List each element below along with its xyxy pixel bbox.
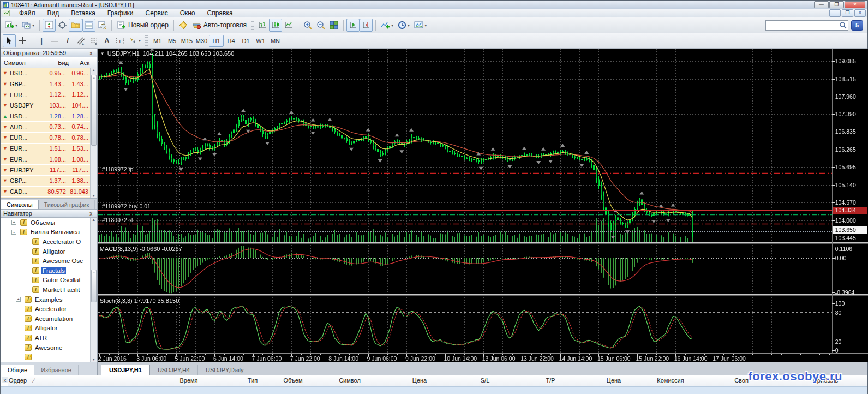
tile-windows-button[interactable] — [327, 19, 340, 32]
terminal-column-объем[interactable]: Объем — [260, 377, 326, 384]
market-watch-scrollbar[interactable]: ▲≡▼ — [90, 68, 97, 198]
candlestick-chart-button[interactable] — [269, 19, 282, 32]
horizontal-line-tool[interactable]: — — [48, 34, 61, 47]
column-bid[interactable]: Бид — [46, 59, 69, 66]
navigator-tab-Избранное[interactable]: Избранное — [34, 365, 79, 375]
indicators-button[interactable]: ▾ — [379, 19, 396, 32]
timeframe-W1[interactable]: W1 — [253, 35, 268, 47]
terminal-column-цена[interactable]: Цена — [581, 377, 646, 384]
search-input[interactable] — [765, 20, 848, 31]
navigator-item-examples[interactable]: +fExamples — [1, 295, 97, 305]
templates-button[interactable]: ▾ — [412, 19, 429, 32]
child-restore-button[interactable]: ❐ — [842, 9, 853, 17]
column-symbol[interactable]: Символ — [1, 59, 46, 66]
terminal-header[interactable]: Ордер∕ВремяТипОбъемСимволЦенаS/LT/PЦенаК… — [8, 375, 867, 386]
navigator-item-atr[interactable]: fATR — [1, 333, 97, 343]
expand-icon[interactable]: + — [16, 297, 21, 302]
child-minimize-button[interactable]: – — [829, 9, 841, 17]
profiles-button[interactable]: ▾ — [20, 19, 37, 32]
bar-chart-button[interactable] — [256, 19, 269, 32]
market-watch-row[interactable]: ▼GBP...1.43...1.43... — [1, 79, 97, 90]
market-watch-row[interactable]: ▼AUD...0.73...0.74... — [1, 122, 97, 133]
close-button[interactable]: ✕ — [845, 1, 865, 8]
cursor-tool-button[interactable] — [3, 34, 16, 47]
zoom-in-button[interactable] — [301, 19, 314, 32]
sort-order-icon[interactable]: ∕ — [33, 377, 34, 384]
search-icon[interactable] — [839, 21, 847, 29]
terminal-column-s/l[interactable]: S/L — [452, 377, 518, 384]
line-chart-button[interactable] — [282, 19, 295, 32]
vertical-line-tool[interactable]: | — [35, 34, 48, 47]
navigator-tab-Общие[interactable]: Общие — [1, 365, 34, 375]
market-watch-row[interactable]: ▼USDJPY103....104.... — [1, 100, 97, 111]
terminal-column-символ[interactable]: Символ — [317, 377, 382, 384]
terminal-column-цена[interactable]: Цена — [387, 377, 452, 384]
child-window-icon[interactable] — [3, 10, 10, 16]
autotrade-button[interactable]: Авто-торговля — [190, 19, 249, 32]
chart-canvas[interactable] — [98, 49, 868, 362]
chart-tab-USDJPY-H4[interactable]: USDJPY,H4 — [150, 365, 198, 375]
timeframe-MN[interactable]: MN — [268, 35, 283, 47]
terminal-toggle[interactable] — [82, 19, 95, 32]
navigator-item-market-facilit[interactable]: fMarket Facilit — [1, 285, 97, 295]
market-watch-toggle[interactable] — [43, 19, 56, 32]
market-watch-row[interactable]: ▼EUR...0.78...0.78... — [1, 133, 97, 144]
timeframe-M30[interactable]: M30 — [194, 35, 209, 47]
market-watch-tab-Символы[interactable]: Символы — [1, 200, 39, 209]
metaeditor-button[interactable] — [177, 19, 190, 32]
zoom-out-button[interactable] — [314, 19, 327, 32]
menu-Вид[interactable]: Вид — [41, 9, 65, 17]
chart-ohlc-readout[interactable]: ▼ USDJPY,H1 104.211 104.265 103.650 103.… — [100, 50, 235, 57]
market-watch-row[interactable]: ▼EUR...1.51...1.53... — [1, 144, 97, 154]
market-watch-row[interactable]: ▼EUR...1.08...1.08... — [1, 154, 97, 165]
crosshair-tool-button[interactable] — [16, 34, 29, 47]
menu-Справка[interactable]: Справка — [201, 9, 239, 17]
menu-Окно[interactable]: Окно — [174, 9, 201, 17]
navigator-item-билла-вильямса[interactable]: -fБилла Вильямса — [1, 228, 97, 237]
collapse-icon[interactable]: - — [11, 230, 16, 235]
chart-tab-USDJPY-Daily[interactable]: USDJPY,Daily — [198, 365, 252, 375]
navigator-item-alligator[interactable]: fAlligator — [1, 247, 97, 256]
market-watch-close-icon[interactable]: x — [88, 50, 94, 56]
expand-icon[interactable]: + — [11, 220, 16, 225]
restore-button[interactable]: ❐ — [829, 1, 844, 8]
community-button[interactable]: 5 — [851, 20, 863, 31]
menu-Вставка[interactable]: Вставка — [65, 9, 101, 17]
timeframe-D1[interactable]: D1 — [238, 35, 253, 47]
menu-Сервис[interactable]: Сервис — [140, 9, 174, 17]
arrows-tool[interactable]: ▾ — [127, 34, 143, 47]
terminal-close-icon[interactable]: x — [2, 377, 8, 383]
terminal-column-время[interactable]: Время — [156, 377, 222, 384]
market-watch-tab-Тиковый график[interactable]: Тиковый график — [39, 200, 95, 209]
navigator-close-icon[interactable]: x — [88, 211, 94, 217]
chart-tab-USDJPY-H1[interactable]: USDJPY,H1 — [101, 365, 150, 375]
market-watch-row[interactable]: ▼CAD...80.57281.043 — [1, 187, 97, 198]
market-watch-column-header[interactable]: Символ Бид Аск — [1, 57, 97, 68]
trendline-tool[interactable]: / — [61, 34, 74, 47]
market-watch-row[interactable]: ▼GBP...1.37...1.38... — [1, 176, 97, 187]
market-watch-row[interactable]: ▲USD...1.28...1.28... — [1, 111, 97, 122]
timeframe-M1[interactable]: M1 — [150, 35, 165, 47]
timeframe-H1[interactable]: H1 — [209, 35, 224, 47]
market-watch-header[interactable]: Обзор рынка: 20:59:59 x — [1, 49, 97, 57]
child-close-button[interactable]: × — [854, 9, 866, 17]
text-label-tool[interactable]: T — [113, 34, 127, 47]
terminal-column-комиссия[interactable]: Комиссия — [638, 377, 703, 384]
navigator-header[interactable]: Навигатор x — [1, 209, 97, 218]
navigator-item[interactable]: f — [1, 352, 97, 362]
market-watch-row[interactable]: ▼USD...0.95...0.96... — [1, 68, 97, 79]
navigator-scrollbar[interactable]: ▲≡▼ — [90, 218, 97, 362]
terminal-column-ордер[interactable]: Ордер — [9, 377, 27, 384]
strategy-tester-button[interactable] — [95, 19, 109, 32]
navigator-item-accumulation[interactable]: fAccumulation — [1, 314, 97, 324]
timeframe-H4[interactable]: H4 — [224, 35, 238, 47]
terminal-column-t/p[interactable]: T/P — [518, 377, 583, 384]
market-watch-row[interactable]: ▼EURJPY117....117.... — [1, 165, 97, 176]
navigator-toggle[interactable] — [69, 19, 82, 32]
new-chart-button[interactable]: ▾ — [3, 19, 20, 32]
navigator-item-awesome-osc[interactable]: fAwesome Osc — [1, 256, 97, 266]
minimize-button[interactable]: — — [814, 1, 829, 8]
periods-button[interactable]: ▾ — [396, 19, 412, 32]
data-window-button[interactable] — [56, 19, 69, 32]
symbol-dropdown-icon[interactable]: ▼ — [100, 51, 105, 56]
